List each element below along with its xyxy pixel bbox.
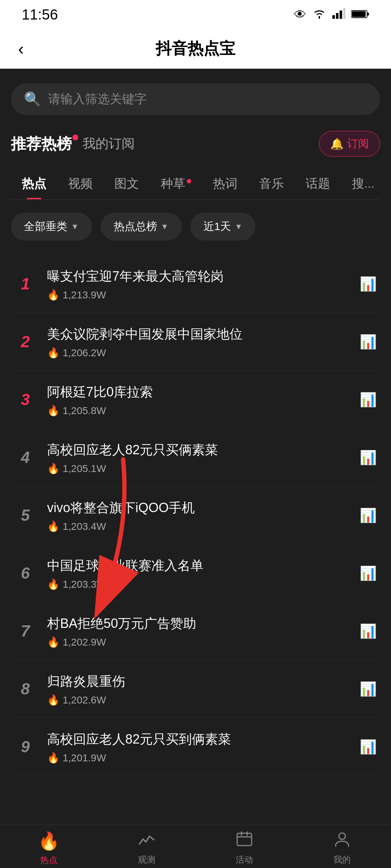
list-item[interactable]: 9 高校回应老人82元只买到俩素菜 🔥 1,201.9W 📊 <box>11 718 380 776</box>
section-left: 推荐热榜 我的订阅 <box>11 134 135 154</box>
tab-video[interactable]: 视频 <box>57 170 104 199</box>
tab-search[interactable]: 搜... <box>341 170 380 199</box>
item-title: 中国足球职业联赛准入名单 <box>47 556 349 575</box>
item-title: 阿根廷7比0库拉索 <box>47 382 349 402</box>
item-title: 归路炎晨重伤 <box>47 672 349 691</box>
svg-point-12 <box>339 833 345 839</box>
item-content: 曝支付宝迎7年来最大高管轮岗 🔥 1,213.9W <box>47 267 349 301</box>
chart-icon-wrap: 📊 <box>360 276 377 292</box>
list-item[interactable]: 5 vivo将整合旗下iQOO手机 🔥 1,203.4W 📊 <box>11 486 380 544</box>
observe-nav-icon <box>138 831 155 851</box>
bottom-nav: 🔥 热点 观测 活动 我的 <box>0 825 391 868</box>
tab-image-text[interactable]: 图文 <box>104 170 150 199</box>
item-content: 归路炎晨重伤 🔥 1,202.6W <box>47 672 349 706</box>
status-time: 11:56 <box>22 7 58 23</box>
section-subtitle[interactable]: 我的订阅 <box>83 135 135 153</box>
tab-music[interactable]: 音乐 <box>248 170 295 199</box>
chart-icon-wrap: 📊 <box>360 623 377 639</box>
list-item[interactable]: 6 中国足球职业联赛准入名单 🔥 1,203.3W 📊 <box>11 544 380 602</box>
chevron-down-icon: ▼ <box>235 222 243 231</box>
tab-hotspot[interactable]: 热点 <box>11 170 57 199</box>
battery-icon <box>351 8 369 22</box>
rank-number: 1 <box>14 275 36 293</box>
list-item[interactable]: 1 曝支付宝迎7年来最大高管轮岗 🔥 1,213.9W 📊 <box>11 255 380 313</box>
item-stats: 🔥 1,205.8W <box>47 405 349 417</box>
rank-number: 7 <box>14 622 36 640</box>
heat-value: 🔥 1,203.3W <box>47 578 106 590</box>
svg-rect-0 <box>332 15 335 19</box>
chart-icon-wrap: 📊 <box>360 681 377 697</box>
section-header: 推荐热榜 我的订阅 🔔 订阅 <box>11 131 380 157</box>
rank-number: 5 <box>14 506 36 524</box>
search-input[interactable]: 请输入筛选关键字 <box>48 91 367 107</box>
status-bar: 11:56 👁 <box>0 0 391 29</box>
svg-rect-6 <box>352 11 366 17</box>
search-icon: 🔍 <box>24 91 41 107</box>
list-item[interactable]: 7 村BA拒绝50万元广告赞助 🔥 1,202.9W 📊 <box>11 602 380 660</box>
nav-item-activity[interactable]: 活动 <box>196 827 293 865</box>
hotspot-nav-label: 热点 <box>40 854 58 866</box>
activity-nav-icon <box>236 831 253 851</box>
item-stats: 🔥 1,206.2W <box>47 347 349 359</box>
item-content: 村BA拒绝50万元广告赞助 🔥 1,202.9W <box>47 614 349 648</box>
list-item[interactable]: 8 归路炎晨重伤 🔥 1,202.6W 📊 <box>11 660 380 718</box>
item-stats: 🔥 1,202.6W <box>47 694 349 706</box>
svg-rect-3 <box>343 8 345 19</box>
subscribe-label: 订阅 <box>347 136 369 151</box>
nav-item-hotspot[interactable]: 🔥 热点 <box>0 827 98 866</box>
item-stats: 🔥 1,203.4W <box>47 520 349 532</box>
chart-icon-wrap: 📊 <box>360 739 377 755</box>
list-item[interactable]: 2 美众议院剥夺中国发展中国家地位 🔥 1,206.2W 📊 <box>11 313 380 371</box>
flame-icon: 🔥 <box>47 347 60 359</box>
rank-number: 9 <box>14 738 36 756</box>
nav-item-mine[interactable]: 我的 <box>293 827 391 865</box>
search-bar[interactable]: 🔍 请输入筛选关键字 <box>11 83 380 115</box>
hotspot-nav-icon: 🔥 <box>38 831 60 851</box>
trend-chart-icon: 📊 <box>360 739 377 754</box>
tab-topic[interactable]: 话题 <box>295 170 341 199</box>
filter-time[interactable]: 近1天 ▼ <box>190 213 256 241</box>
flame-icon: 🔥 <box>47 289 60 301</box>
subscribe-button[interactable]: 🔔 订阅 <box>319 131 380 157</box>
item-stats: 🔥 1,202.9W <box>47 636 349 648</box>
observe-nav-label: 观测 <box>138 854 155 865</box>
mine-nav-icon <box>333 831 351 851</box>
flame-icon: 🔥 <box>47 520 60 532</box>
trend-chart-icon: 📊 <box>360 450 377 465</box>
flame-icon: 🔥 <box>47 578 60 590</box>
rank-number: 4 <box>14 448 36 467</box>
heat-value: 🔥 1,202.9W <box>47 636 106 648</box>
list-item[interactable]: 4 高校回应老人82元只买俩素菜 🔥 1,205.1W 📊 <box>11 429 380 486</box>
heat-value: 🔥 1,213.9W <box>47 289 106 301</box>
filter-category[interactable]: 全部垂类 ▼ <box>11 213 92 241</box>
back-button[interactable]: ‹ <box>18 39 24 59</box>
filter-ranking[interactable]: 热点总榜 ▼ <box>101 213 182 241</box>
nav-item-observe[interactable]: 观测 <box>98 827 196 865</box>
tab-grass[interactable]: 种草 <box>150 170 202 199</box>
item-content: 阿根廷7比0库拉索 🔥 1,205.8W <box>47 382 349 417</box>
list-item[interactable]: 3 阿根廷7比0库拉索 🔥 1,205.8W 📊 <box>11 371 380 429</box>
chart-icon-wrap: 📊 <box>360 450 377 465</box>
notification-dot <box>72 135 78 140</box>
item-content: 高校回应老人82元只买俩素菜 🔥 1,205.1W <box>47 440 349 475</box>
mine-nav-label: 我的 <box>333 854 351 865</box>
flame-icon: 🔥 <box>47 636 60 648</box>
item-content: 高校回应老人82元只买到俩素菜 🔥 1,201.9W <box>47 729 349 764</box>
item-stats: 🔥 1,205.1W <box>47 463 349 475</box>
tab-hotwords[interactable]: 热词 <box>202 170 248 199</box>
heat-value: 🔥 1,205.8W <box>47 405 106 417</box>
rank-number: 6 <box>14 564 36 582</box>
heat-value: 🔥 1,205.1W <box>47 463 106 475</box>
svg-rect-2 <box>340 10 342 19</box>
chart-icon-wrap: 📊 <box>360 565 377 581</box>
rank-number: 8 <box>14 680 36 698</box>
tab-dot <box>187 179 191 183</box>
item-title: 曝支付宝迎7年来最大高管轮岗 <box>47 267 349 286</box>
tabs-container: 热点 视频 图文 种草 热词 音乐 话题 搜... <box>11 170 380 200</box>
signal-icon <box>332 8 345 22</box>
rank-number: 3 <box>14 391 36 409</box>
activity-nav-label: 活动 <box>236 854 253 865</box>
item-title: 村BA拒绝50万元广告赞助 <box>47 614 349 633</box>
svg-rect-8 <box>237 833 252 846</box>
chart-icon-wrap: 📊 <box>360 392 377 408</box>
